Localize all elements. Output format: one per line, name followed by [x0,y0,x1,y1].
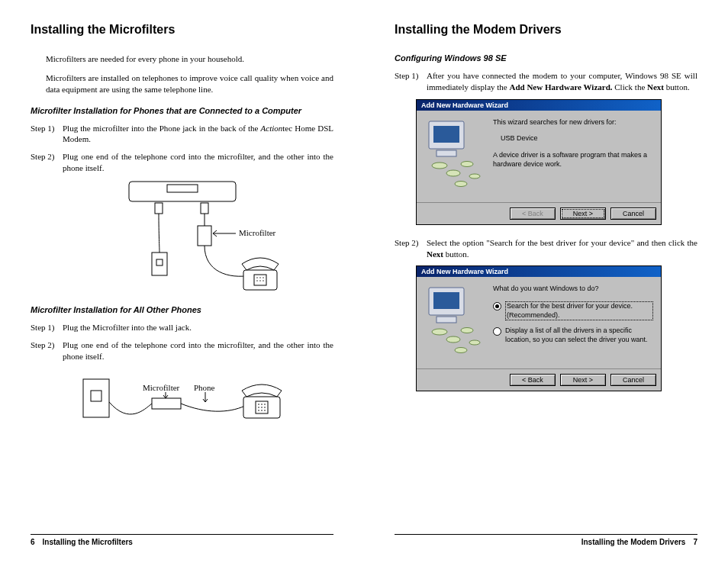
svg-point-36 [469,174,480,179]
dialog-2-option-1[interactable]: Search for the best driver for your devi… [493,301,653,320]
svg-point-14 [263,280,263,281]
step-c2: Step 2) Select the option "Search for th… [395,237,697,260]
intro-2: Microfilters are installed on telephones… [46,72,333,95]
svg-point-35 [455,181,467,186]
svg-point-9 [256,277,257,278]
step-a1-body: Plug the microfilter into the Phone jack… [63,123,333,146]
svg-rect-3 [201,203,208,214]
step-a1-label: Step 1) [31,123,63,146]
diagram-b-phone-label: Phone [194,383,215,392]
dialog-1-art [424,118,493,198]
diagram-b: Microfilter Phone [31,368,333,436]
step-a1: Step 1) Plug the microfilter into the Ph… [31,123,333,146]
svg-point-13 [259,280,260,281]
footer-right: Installing the Modem Drivers 7 [395,534,697,546]
svg-rect-8 [254,275,266,285]
subheading-c: Configuring Windows 98 SE [395,53,697,63]
dialog-2-buttons: < Back Next > Cancel [417,368,661,391]
footer-right-page: 7 [693,538,697,546]
wizard-art-icon [424,285,488,361]
heading-left: Installing the Microfilters [31,23,333,37]
dialog-2-text: What do you want Windows to do? Search f… [493,285,653,364]
footer-left-title: Installing the Microfilters [43,538,133,546]
subheading-b: Microfilter Installation for All Other P… [31,305,333,314]
dialog-1-next-button[interactable]: Next > [560,208,606,220]
svg-rect-17 [152,398,181,409]
dialog-2-cancel-button[interactable]: Cancel [610,374,656,386]
diagram-b-microfilter-label: Microfilter [143,383,180,392]
svg-rect-1 [167,185,198,192]
dialog-1: Add New Hardware Wizard [416,99,662,225]
svg-rect-6 [156,259,163,265]
dialog-1-text: This wizard searches for new drivers for… [493,118,653,198]
dialog-2-option-2[interactable]: Display a list of all the drivers in a s… [493,327,653,344]
page-right: Installing the Modem Drivers Configuring… [364,0,728,563]
diagram-a-svg: Microfilter [76,180,289,294]
step-a2: Step 2) Plug one end of the telephone co… [31,151,333,174]
intro-1: Microfilters are needed for every phone … [46,53,333,65]
svg-point-28 [264,410,266,412]
step-c1-label: Step 1) [395,70,427,93]
svg-point-24 [261,407,263,409]
step-c1-body: After you have connected the modem to yo… [427,70,697,93]
step-c2-body: Select the option "Search for the best d… [427,237,697,260]
dialog-2-art [424,285,493,364]
svg-point-23 [258,407,259,409]
footer-left: 6 Installing the Microfilters [31,534,333,546]
wizard-art-icon [424,118,488,195]
svg-point-44 [469,340,480,345]
heading-right: Installing the Modem Drivers [395,23,697,37]
svg-rect-2 [155,203,163,214]
svg-point-21 [261,404,263,406]
svg-point-33 [446,170,460,176]
dialog-1-buttons: < Back Next > Cancel [417,202,661,224]
step-b2: Step 2) Plug one end of the telephone co… [31,339,333,362]
step-a2-body: Plug one end of the telephone cord into … [63,151,333,174]
step-b1-label: Step 1) [31,322,63,333]
svg-point-41 [446,336,460,343]
svg-rect-30 [433,126,459,143]
dialog-1-titlebar: Add New Hardware Wizard [417,100,661,111]
svg-point-25 [264,407,266,409]
svg-point-26 [258,410,259,412]
step-b2-label: Step 2) [31,339,63,362]
svg-point-10 [259,277,260,278]
dialog-2: Add New Hardware Wizard [416,265,662,391]
svg-point-20 [258,404,259,406]
step-a2-label: Step 2) [31,151,63,174]
svg-point-34 [461,161,473,166]
svg-rect-39 [436,317,456,323]
svg-rect-4 [198,226,211,246]
dialog-2-back-button[interactable]: < Back [510,374,556,386]
subheading-a: Microfilter Installation for Phones that… [31,106,333,115]
dialog-2-body: What do you want Windows to do? Search f… [417,277,661,368]
dialog-1-body: This wizard searches for new drivers for… [417,111,661,202]
svg-point-22 [264,404,266,406]
step-b1-body: Plug the Microfilter into the wall jack. [63,322,333,333]
footer-left-page: 6 [31,538,35,546]
radio-selected-icon [493,302,501,310]
diagram-a: Microfilter [31,180,333,294]
svg-point-40 [432,329,447,335]
svg-point-11 [263,277,263,278]
step-c1: Step 1) After you have connected the mod… [395,70,697,93]
diagram-a-microfilter-label: Microfilter [239,228,276,237]
radio-unselected-icon [493,327,501,336]
step-b1: Step 1) Plug the Microfilter into the wa… [31,322,333,333]
svg-point-12 [256,280,257,281]
dialog-1-back-button[interactable]: < Back [510,208,556,220]
step-c2-label: Step 2) [395,237,427,260]
dialog-2-next-button[interactable]: Next > [560,374,606,386]
dialog-1-cancel-button[interactable]: Cancel [610,208,656,220]
svg-point-27 [261,410,263,412]
svg-rect-16 [91,391,101,401]
svg-point-32 [432,162,447,169]
svg-point-42 [461,328,473,333]
footer-right-title: Installing the Modem Drivers [581,538,686,546]
diagram-b-svg: Microfilter Phone [68,368,297,436]
step-b2-body: Plug one end of the telephone cord into … [63,339,333,362]
dialog-2-titlebar: Add New Hardware Wizard [417,266,661,277]
svg-point-43 [455,348,467,353]
svg-rect-31 [436,150,456,156]
page-left: Installing the Microfilters Microfilters… [0,0,364,563]
